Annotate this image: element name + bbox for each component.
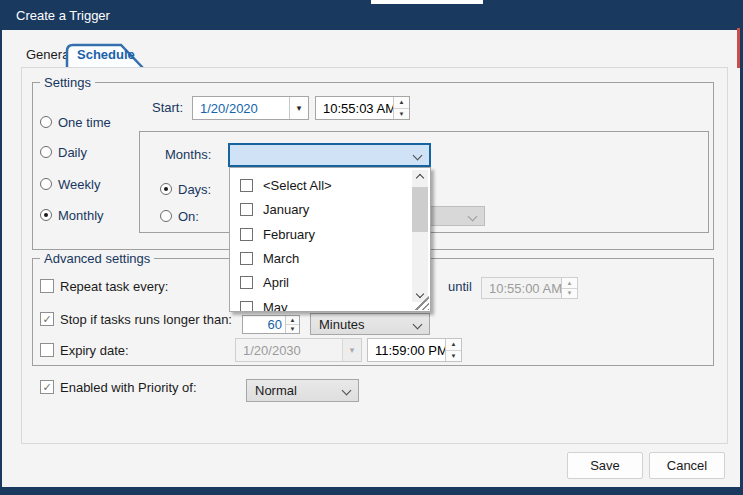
item-checkbox[interactable] [240,203,253,216]
title-bar: Create a Trigger [2,0,743,30]
tab-schedule[interactable]: Schedule [77,47,135,62]
radio-daily[interactable] [40,146,52,158]
cancel-button[interactable]: Cancel [649,452,725,479]
repeat-task-checkbox[interactable] [40,279,54,293]
spin-down-icon: ▼ [562,289,577,299]
repeat-task-label[interactable]: Repeat task every: [60,279,168,294]
right-edge-artifact [737,28,740,68]
enabled-label[interactable]: Enabled with Priority of: [60,380,197,395]
spin-up-icon[interactable]: ▲ [394,97,409,109]
radio-weekly[interactable] [40,178,52,190]
list-item-february[interactable]: February [230,222,430,246]
scrollbar-thumb[interactable] [412,187,428,232]
months-combo[interactable] [228,143,431,167]
priority-chevron-icon [334,387,358,394]
spin-down-icon[interactable]: ▼ [446,351,461,362]
spin-down-icon[interactable]: ▼ [394,109,409,120]
list-item-march[interactable]: March [230,246,430,270]
start-time-spin-buttons[interactable]: ▲▼ [393,97,409,119]
start-date-picker[interactable]: 1/20/2020 ▾ [192,96,309,120]
priority-combo[interactable]: Normal [246,379,359,402]
months-list-scrollbar[interactable] [412,170,428,302]
item-checkbox[interactable] [240,276,253,289]
start-time-spinner[interactable]: 10:55:03 AM ▲▼ [315,96,410,120]
until-time-spinner: 10:55:00 AM ▲▼ [481,277,578,299]
expiry-time-spinner[interactable]: 11:59:00 PM ▲▼ [367,338,462,362]
save-button[interactable]: Save [567,452,643,479]
item-checkbox[interactable] [240,228,253,241]
window-bottom-border [2,487,743,495]
list-item-april[interactable]: April [230,270,430,294]
expiry-date-dropdown-icon: ▾ [342,339,361,361]
list-item-january[interactable]: January [230,197,430,221]
radio-monthly[interactable] [40,209,52,221]
expiry-date-checkbox[interactable] [40,343,54,357]
spin-up-icon[interactable]: ▲ [286,316,299,325]
priority-value: Normal [247,383,334,398]
list-item-select-all[interactable]: <Select All> [230,173,430,197]
stop-unit-value: Minutes [311,317,405,332]
expiry-date-value: 1/20/2030 [236,343,342,358]
stop-task-checkbox[interactable]: ✓ [40,312,54,326]
spin-down-icon[interactable]: ▼ [286,325,299,333]
months-dropdown-list: <Select All> January February March Apri… [229,167,431,312]
start-label: Start: [152,100,183,115]
item-checkbox[interactable] [240,301,253,313]
radio-daily-label[interactable]: Daily [58,145,87,160]
stop-duration-spin-buttons[interactable]: ▲▼ [285,316,299,333]
spin-up-icon: ▲ [562,278,577,289]
stop-duration-value: 60 [243,317,285,332]
create-trigger-dialog: Create a Trigger General Schedule Settin… [0,0,743,495]
until-time-spin-buttons: ▲▼ [561,278,577,298]
stop-unit-combo[interactable]: Minutes [310,313,430,335]
until-time-value: 10:55:00 AM [482,281,561,296]
radio-on[interactable] [160,210,172,222]
expiry-time-spin-buttons[interactable]: ▲▼ [445,339,461,361]
spin-up-icon[interactable]: ▲ [446,339,461,351]
stop-task-label[interactable]: Stop if tasks runs longer than: [60,312,232,327]
expiry-date-picker: 1/20/2030 ▾ [235,338,362,362]
enabled-checkbox[interactable]: ✓ [40,380,54,394]
radio-one-time[interactable] [40,116,52,128]
months-combo-chevron-icon [413,150,423,160]
radio-days[interactable] [160,183,172,195]
top-notch-artifact [371,0,483,4]
list-item-may[interactable]: May [230,295,430,312]
settings-legend: Settings [40,75,95,90]
item-checkbox[interactable] [240,179,253,192]
radio-one-time-label[interactable]: One time [58,115,111,130]
months-label: Months: [165,147,211,162]
window-title: Create a Trigger [16,8,110,23]
radio-weekly-label[interactable]: Weekly [58,177,100,192]
start-date-value: 1/20/2020 [193,101,289,116]
start-time-value: 10:55:03 AM [316,101,393,116]
advanced-legend: Advanced settings [40,251,154,266]
radio-days-label[interactable]: Days: [178,182,211,197]
expiry-date-label[interactable]: Expiry date: [60,343,129,358]
start-date-dropdown-icon[interactable]: ▾ [289,97,308,119]
radio-on-label[interactable]: On: [178,209,199,224]
radio-monthly-label[interactable]: Monthly [58,208,104,223]
until-label: until [448,279,472,294]
on-combo-chevron-icon [460,213,484,220]
stop-unit-chevron-icon [405,321,429,328]
stop-duration-stepper[interactable]: 60 ▲▼ [242,315,300,334]
item-checkbox[interactable] [240,252,253,265]
expiry-time-value: 11:59:00 PM [368,343,445,358]
scroll-up-icon[interactable] [412,170,428,183]
